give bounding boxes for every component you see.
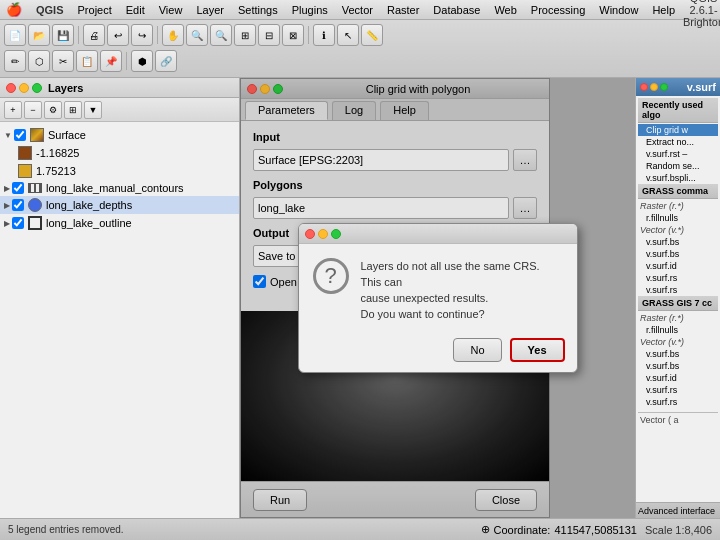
zoom-out-btn[interactable]: 🔍 xyxy=(210,24,232,46)
layer-group-surface[interactable]: ▼ Surface xyxy=(0,126,239,144)
vsurf-vsurfbs2-item[interactable]: v.surf.bs xyxy=(638,248,718,260)
vsurf-bspli-item[interactable]: v.surf.bspli... xyxy=(638,172,718,184)
vsurf-clip-grid-item[interactable]: Clip grid w xyxy=(638,124,718,136)
layer-item-contours[interactable]: ▶ long_lake_manual_contours xyxy=(0,180,239,196)
yes-button[interactable]: Yes xyxy=(510,338,565,362)
digitize-btn[interactable]: ✏ xyxy=(4,50,26,72)
zoom-in-btn[interactable]: 🔍 xyxy=(186,24,208,46)
vsurf-vsurfrs2-item[interactable]: v.surf.rs xyxy=(638,284,718,296)
surface-visibility-checkbox[interactable] xyxy=(14,129,26,141)
menu-project[interactable]: Project xyxy=(72,4,118,16)
contours-layer-icon xyxy=(28,183,42,193)
select-btn[interactable]: ↖ xyxy=(337,24,359,46)
redo-btn[interactable]: ↪ xyxy=(131,24,153,46)
layer-item-outline[interactable]: ▶ long_lake_outline xyxy=(0,214,239,232)
identify-btn[interactable]: ℹ xyxy=(313,24,335,46)
menu-raster[interactable]: Raster xyxy=(381,4,425,16)
zoom-selection-btn[interactable]: ⊠ xyxy=(282,24,304,46)
vsurf-random-item[interactable]: Random se... xyxy=(638,160,718,172)
open-project-btn[interactable]: 📂 xyxy=(28,24,50,46)
apple-menu-icon[interactable]: 🍎 xyxy=(6,2,22,17)
remove-layer-btn[interactable]: − xyxy=(24,101,42,119)
depths-visibility-checkbox[interactable] xyxy=(12,199,24,211)
warning-minimize-btn[interactable] xyxy=(318,229,328,239)
add-layer-btn[interactable]: + xyxy=(4,101,22,119)
layers-title: Layers xyxy=(48,82,83,94)
vsurf-raster7-group[interactable]: Raster (r.*) xyxy=(638,312,718,324)
layers-minimize-btn[interactable] xyxy=(19,83,29,93)
measure-btn[interactable]: 📏 xyxy=(361,24,383,46)
vsurf-extract-item[interactable]: Extract no... xyxy=(638,136,718,148)
vsurf-vbs7b-item[interactable]: v.surf.bs xyxy=(638,360,718,372)
topology-btn[interactable]: ⬢ xyxy=(131,50,153,72)
advanced-interface-btn[interactable]: Advanced interface xyxy=(636,502,720,518)
layer-expand-btn[interactable]: ▼ xyxy=(84,101,102,119)
undo-btn[interactable]: ↩ xyxy=(107,24,129,46)
zoom-layer-btn[interactable]: ⊟ xyxy=(258,24,280,46)
vsurf-vbs7-item[interactable]: v.surf.bs xyxy=(638,348,718,360)
vsurf-vsurfid-item[interactable]: v.surf.id xyxy=(638,260,718,272)
outline-visibility-checkbox[interactable] xyxy=(12,217,24,229)
toolbar-sep-2 xyxy=(157,26,158,44)
menu-plugins[interactable]: Plugins xyxy=(286,4,334,16)
menu-database[interactable]: Database xyxy=(427,4,486,16)
vsurf-vsurfrs1-item[interactable]: v.surf.rs xyxy=(638,272,718,284)
pan-btn[interactable]: ✋ xyxy=(162,24,184,46)
warning-close-btn[interactable] xyxy=(305,229,315,239)
app-menu-qgis[interactable]: QGIS xyxy=(30,4,70,16)
menu-edit[interactable]: Edit xyxy=(120,4,151,16)
layer-settings-btn[interactable]: ⚙ xyxy=(44,101,62,119)
menu-vector[interactable]: Vector xyxy=(336,4,379,16)
layer-item-depths[interactable]: ▶ long_lake_depths xyxy=(0,196,239,214)
depths-expand-arrow: ▶ xyxy=(4,201,10,210)
new-project-btn[interactable]: 📄 xyxy=(4,24,26,46)
warning-footer: No Yes xyxy=(299,332,577,372)
no-button[interactable]: No xyxy=(453,338,501,362)
layer-item-value1[interactable]: -1.16825 xyxy=(0,144,239,162)
menu-help[interactable]: Help xyxy=(646,4,681,16)
outline-layer-icon xyxy=(28,216,42,230)
vsurf-rst-item[interactable]: v.surf.rst – xyxy=(638,148,718,160)
zoom-full-btn[interactable]: ⊞ xyxy=(234,24,256,46)
layers-maximize-btn[interactable] xyxy=(32,83,42,93)
menu-processing[interactable]: Processing xyxy=(525,4,591,16)
warning-maximize-btn[interactable] xyxy=(331,229,341,239)
vsurf-raster-group[interactable]: Raster (r.*) xyxy=(638,200,718,212)
toolbar-area: 📄 📂 💾 🖨 ↩ ↪ ✋ 🔍 🔍 ⊞ ⊟ ⊠ ℹ ↖ 📏 ✏ ⬡ ✂ 📋 📌 … xyxy=(0,20,720,78)
layer-filter-btn[interactable]: ⊞ xyxy=(64,101,82,119)
vsurf-rfillnulls-item[interactable]: r.fillnulls xyxy=(638,212,718,224)
copy-btn[interactable]: 📋 xyxy=(76,50,98,72)
paste-btn[interactable]: 📌 xyxy=(100,50,122,72)
vsurf-rfill7-item[interactable]: r.fillnulls xyxy=(638,324,718,336)
warning-line2: cause unexpected results. xyxy=(361,292,489,304)
vsurf-minimize-btn[interactable] xyxy=(650,83,658,91)
vsurf-vector-group[interactable]: Vector (v.*) xyxy=(638,224,718,236)
print-btn[interactable]: 🖨 xyxy=(83,24,105,46)
menu-view[interactable]: View xyxy=(153,4,189,16)
node-btn[interactable]: ⬡ xyxy=(28,50,50,72)
vsurf-close-btn[interactable] xyxy=(640,83,648,91)
menu-window[interactable]: Window xyxy=(593,4,644,16)
layers-close-btn[interactable] xyxy=(6,83,16,93)
warning-overlay: ? Layers do not all use the same CRS. Th… xyxy=(240,78,635,518)
vsurf-vector7-group[interactable]: Vector (v.*) xyxy=(638,336,718,348)
snapping-btn[interactable]: 🔗 xyxy=(155,50,177,72)
vsurf-vid7-item[interactable]: v.surf.id xyxy=(638,372,718,384)
layer-item-value2[interactable]: 1.75213 xyxy=(0,162,239,180)
cut-btn[interactable]: ✂ xyxy=(52,50,74,72)
warning-body: ? Layers do not all use the same CRS. Th… xyxy=(299,244,577,332)
map-view-area: Clip grid with polygon Parameters Log He… xyxy=(240,78,635,518)
menu-settings[interactable]: Settings xyxy=(232,4,284,16)
vsurf-vsurfbs1-item[interactable]: v.surf.bs xyxy=(638,236,718,248)
layers-header: Layers xyxy=(0,78,239,98)
vsurf-vrs7a-item[interactable]: v.surf.rs xyxy=(638,384,718,396)
menu-web[interactable]: Web xyxy=(488,4,522,16)
vsurf-content: Recently used algo Clip grid w Extract n… xyxy=(636,96,720,502)
menu-layer[interactable]: Layer xyxy=(190,4,230,16)
save-project-btn[interactable]: 💾 xyxy=(52,24,74,46)
vsurf-vrs7b-item[interactable]: v.surf.rs xyxy=(638,396,718,408)
vsurf-maximize-btn[interactable] xyxy=(660,83,668,91)
contours-visibility-checkbox[interactable] xyxy=(12,182,24,194)
coordinate-label: Coordinate: xyxy=(494,524,551,536)
scale-value: 1:8,406 xyxy=(675,524,712,536)
